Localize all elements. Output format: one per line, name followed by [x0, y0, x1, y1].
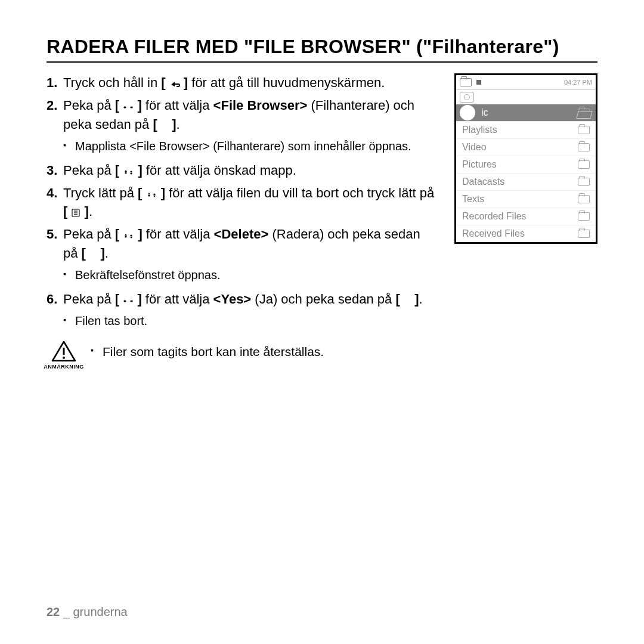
up-down-icon: [123, 168, 134, 177]
page-title: RADERA FILER MED "FILE BROWSER" ("Filhan…: [47, 36, 597, 63]
step-bold: <File Browser>: [213, 98, 308, 113]
step-text: .: [105, 246, 109, 261]
up-down-icon: [123, 232, 134, 240]
step-text: (Ja) och peka sedan på: [251, 292, 395, 306]
step-text: för att välja filen du vill ta bort och …: [165, 185, 434, 200]
folder-icon: [578, 178, 590, 186]
bracket-open: [: [153, 117, 157, 132]
list-item-selected[interactable]: ic: [456, 104, 596, 121]
note-text: Filer som tagits bort kan inte återställ…: [103, 343, 324, 361]
step-text: .: [419, 292, 423, 306]
warning-icon: [51, 340, 76, 362]
step-text: för att välja önskad mapp.: [143, 163, 296, 178]
list-item[interactable]: Datacasts: [456, 173, 596, 190]
step-number: 2.: [47, 96, 63, 134]
bracket-close: ]: [100, 246, 104, 261]
left-right-icon: [123, 103, 134, 112]
note-label: ANMÄRKNING: [44, 363, 84, 371]
footer-section: grunderna: [73, 605, 128, 618]
list-item[interactable]: Texts: [456, 190, 596, 208]
bullet-icon: ▪: [63, 267, 75, 284]
bracket-close: ]: [137, 98, 141, 113]
bracket-open: [: [138, 185, 142, 200]
bracket-open: [: [115, 227, 119, 242]
step-bold: <Yes>: [213, 292, 252, 306]
list-item[interactable]: Video: [456, 138, 596, 156]
bracket-open: [: [115, 292, 119, 306]
folder-icon: [578, 126, 590, 134]
step-bold: <Delete>: [214, 227, 269, 242]
bracket-open: [: [161, 75, 165, 90]
folder-icon: [578, 195, 590, 203]
step-text: Peka på: [63, 227, 115, 242]
list-item[interactable]: Playlists: [456, 121, 596, 138]
folder-open-icon: [578, 109, 590, 117]
bracket-close: ]: [138, 227, 142, 242]
step-number: 1.: [47, 73, 63, 92]
list-item-label: Video: [462, 142, 487, 153]
step-text: Peka på: [63, 98, 115, 113]
step-number: 6.: [47, 290, 63, 309]
instructions: 1. Tryck och håll in [ ] för att gå till…: [47, 73, 438, 371]
list-item[interactable]: Pictures: [456, 156, 596, 173]
list-item-label: Recorded Files: [462, 211, 527, 222]
bracket-open: [: [115, 163, 119, 178]
bracket-open: [: [63, 204, 67, 219]
list-item[interactable]: Received Files: [456, 225, 596, 242]
bracket-close: ]: [161, 185, 165, 200]
folder-icon: [578, 160, 590, 169]
list-item-label: Pictures: [462, 159, 497, 170]
list-item-label: Playlists: [462, 125, 497, 135]
step-text: för att välja: [142, 98, 213, 113]
bracket-close: ]: [137, 292, 141, 306]
list-item[interactable]: Recorded Files: [456, 208, 596, 225]
status-icon: [476, 80, 481, 85]
step-text: Tryck och håll in: [63, 75, 161, 90]
step-text: Tryck lätt på: [63, 185, 138, 200]
bracket-open: [: [395, 292, 400, 306]
list-item-label: ic: [481, 107, 488, 118]
bracket-open: [: [115, 98, 119, 113]
menu-icon: [71, 208, 80, 218]
clock-label: 04:27 PM: [564, 79, 592, 86]
step-text: .: [177, 117, 180, 132]
step-text: Peka på: [63, 292, 115, 306]
sub-text: Mapplista <File Browser> (Filhanterare) …: [75, 138, 411, 155]
camera-icon: [460, 92, 474, 103]
step-text: för att välja: [142, 292, 213, 306]
list-item-label: Texts: [462, 194, 484, 205]
bullet-icon: ▪: [63, 312, 75, 330]
step-number: 5.: [47, 225, 63, 263]
page-footer: 22 _ grunderna: [47, 605, 128, 619]
step-text: .: [89, 204, 92, 219]
step-number: 3.: [47, 161, 63, 180]
bullet-icon: ▪: [91, 343, 103, 361]
back-icon: [169, 80, 180, 89]
bracket-close: ]: [414, 292, 419, 306]
footer-sep: _: [60, 605, 73, 618]
folder-icon: [578, 212, 590, 221]
bracket-open: [: [82, 246, 86, 261]
page-number: 22: [47, 605, 60, 618]
folder-icon: [578, 143, 590, 151]
bracket-close: ]: [172, 117, 176, 132]
list-item-label: Datacasts: [462, 177, 504, 187]
bullet-icon: ▪: [63, 138, 75, 155]
up-down-icon: [146, 191, 157, 199]
left-right-icon: [123, 297, 134, 305]
step-text: för att gå till huvudmenyskärmen.: [188, 75, 385, 90]
bracket-close: ]: [85, 204, 89, 219]
step-text: för att välja: [143, 227, 214, 242]
folder-icon: [578, 230, 590, 238]
folder-icon: [460, 78, 472, 86]
selection-indicator: [460, 105, 475, 120]
sub-text: Filen tas bort.: [75, 312, 147, 330]
bracket-close: ]: [138, 163, 142, 178]
step-number: 4.: [47, 184, 63, 222]
step-text: Peka på: [63, 163, 115, 178]
list-item-label: Received Files: [462, 228, 525, 239]
device-screen: 04:27 PM ic Playlists Video Pictures Dat…: [454, 73, 597, 244]
sub-text: Bekräftelsefönstret öppnas.: [75, 267, 220, 284]
